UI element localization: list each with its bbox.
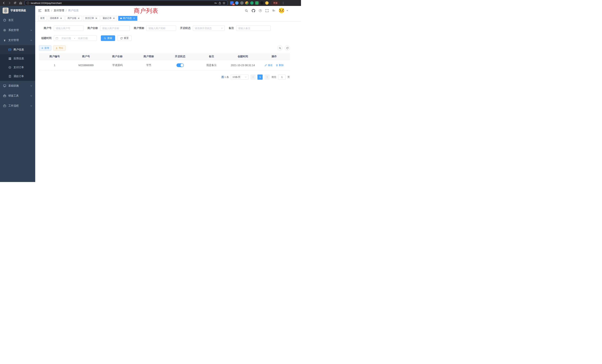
extension-icon-smiley[interactable] (265, 1, 269, 5)
topbar-actions: ? TT (245, 8, 288, 13)
tab-refund-order[interactable]: 退款订单 (101, 16, 117, 21)
tab-home[interactable]: 首页 (38, 16, 47, 21)
browser-update-button[interactable]: 更新 (271, 1, 280, 5)
github-icon[interactable] (252, 9, 255, 12)
chevron-down-icon (30, 29, 32, 31)
field-create-time: 创建时间 - (39, 35, 97, 41)
page-content: 商户号 商户全称 商户简称 开启状态 备注 (35, 21, 301, 182)
start-date-input[interactable] (59, 37, 73, 40)
search-button[interactable]: 搜索 (101, 35, 115, 41)
close-icon[interactable] (95, 17, 97, 20)
sidebar-item-system[interactable]: 系统管理 (0, 25, 35, 35)
merchant-no-input[interactable] (54, 25, 83, 31)
sidebar-item-merchant-info[interactable]: 商户信息 (0, 45, 35, 54)
close-icon[interactable] (113, 17, 115, 20)
delete-link[interactable]: 删除 (276, 64, 284, 67)
table-header-row: 商户编号 商户号 商户全称 商户简称 开启状态 备注 创建时间 操作 (39, 53, 290, 60)
sidebar-item-label: 支付管理 (8, 39, 19, 42)
extension-icon-gray[interactable] (240, 1, 244, 5)
extension-icon-blue[interactable]: 10 (230, 1, 234, 5)
browser-reload-button[interactable] (13, 0, 17, 5)
remark-input[interactable] (236, 25, 271, 31)
tab-pay-order[interactable]: 支付订单 (83, 16, 99, 21)
chevron-down-icon (30, 105, 32, 107)
sidebar-item-home[interactable]: 首页 (0, 15, 35, 25)
sidebar-item-workflow[interactable]: 工作流程 (0, 101, 35, 111)
table-row: 1 M233666999 芋道源码 芋艿 我是备注 2021-10-23 08:… (39, 60, 290, 71)
sidebar-item-refund-order[interactable]: 退款订单 (0, 72, 35, 81)
page-number-button[interactable]: 1 (258, 75, 263, 80)
column-header-actions: 操作 (258, 53, 290, 60)
date-range-picker[interactable]: - (54, 35, 97, 41)
column-header-status: 开启状态 (164, 53, 196, 60)
extension-icon-green-square[interactable] (255, 1, 258, 5)
reset-button[interactable]: 重置 (117, 35, 132, 41)
refresh-button[interactable] (285, 45, 290, 51)
status-toggle[interactable] (176, 63, 184, 67)
tab-merchant-info[interactable]: 商户信息 (118, 16, 137, 21)
prev-page-button[interactable] (250, 75, 256, 80)
browser-back-button[interactable] (1, 0, 6, 5)
extension-icon-drop[interactable] (235, 1, 238, 5)
info-icon[interactable]: i (27, 2, 29, 4)
toggle-search-button[interactable] (277, 45, 282, 51)
close-icon[interactable] (133, 17, 135, 20)
filter-row-2: 创建时间 - 搜索 重置 (39, 35, 290, 41)
goto-page-input[interactable] (278, 75, 286, 80)
key-icon[interactable] (214, 2, 217, 4)
column-header-short-name: 商户简称 (133, 53, 164, 60)
field-label: 商户号 (39, 26, 52, 30)
avatar-caret-icon[interactable] (287, 10, 288, 11)
field-merchant-no: 商户号 (39, 25, 83, 31)
sidebar-item-label: 退款订单 (13, 75, 24, 78)
export-button[interactable]: 导出 (53, 45, 66, 51)
sidebar-item-pay-order[interactable]: 支付订单 (0, 63, 35, 72)
help-icon[interactable]: ? (259, 9, 262, 12)
close-icon[interactable] (77, 17, 80, 20)
tab-user-group[interactable]: 用户分组 (65, 16, 82, 21)
date-separator: - (74, 37, 75, 40)
extension-icon-paw[interactable] (260, 1, 264, 5)
field-label: 创建时间 (39, 36, 52, 40)
merchant-name-input[interactable] (100, 25, 130, 31)
sidebar-toggle-icon[interactable] (38, 9, 42, 12)
sidebar-item-app-info[interactable]: 应用信息 (0, 54, 35, 63)
tab-bar: 首页 流程表单 用户分组 支付订单 退款订单 商户信息 (35, 15, 301, 21)
extension-icon-avatar[interactable] (245, 1, 248, 5)
breadcrumb-separator: / (51, 9, 52, 12)
next-page-button[interactable] (265, 75, 270, 80)
app-logo[interactable]: 芋道管理系统 (0, 6, 35, 15)
browser-menu-icon[interactable]: ⋮ (282, 1, 284, 4)
yen-icon: ¥ (3, 39, 6, 42)
sidebar-item-payment[interactable]: ¥ 支付管理 (0, 35, 35, 45)
breadcrumb-payment[interactable]: 支付管理 (54, 9, 64, 12)
fullscreen-icon[interactable] (265, 9, 269, 12)
sidebar-item-dev-tools[interactable]: 研发工具 (0, 91, 35, 101)
end-date-input[interactable] (76, 37, 90, 40)
user-avatar[interactable] (279, 8, 284, 13)
browser-home-button[interactable] (18, 0, 23, 5)
goto-label: 前往 (271, 75, 276, 79)
extension-badge: 10 (232, 3, 235, 5)
font-size-icon[interactable]: TT (272, 9, 275, 12)
browser-forward-button[interactable] (7, 0, 12, 5)
extension-icon-green-circle[interactable] (250, 1, 254, 5)
tab-process-form[interactable]: 流程表单 (48, 16, 64, 21)
column-header-name: 商户全称 (102, 53, 133, 60)
url-bar[interactable]: i localhost:1024/pay/merchant (25, 1, 227, 5)
field-label: 商户简称 (134, 26, 144, 30)
status-select[interactable] (193, 25, 225, 31)
add-button[interactable]: 新增 (39, 45, 51, 51)
sidebar-item-label: 首页 (8, 19, 13, 22)
search-icon[interactable] (245, 9, 248, 12)
pagination: 共 1 条 10条/页 1 前往 页 (39, 75, 290, 80)
share-icon[interactable] (218, 2, 221, 4)
breadcrumb-home[interactable]: 首页 (44, 9, 50, 12)
bookmark-star-icon[interactable] (223, 2, 225, 4)
edit-link[interactable]: 修改 (265, 64, 272, 67)
close-icon[interactable] (60, 17, 62, 20)
page-size-select[interactable]: 10条/页 (231, 75, 248, 80)
merchant-short-input[interactable] (146, 25, 176, 31)
sidebar-item-label: 商户信息 (13, 48, 24, 51)
sidebar-item-infra[interactable]: 基础设施 (0, 81, 35, 91)
